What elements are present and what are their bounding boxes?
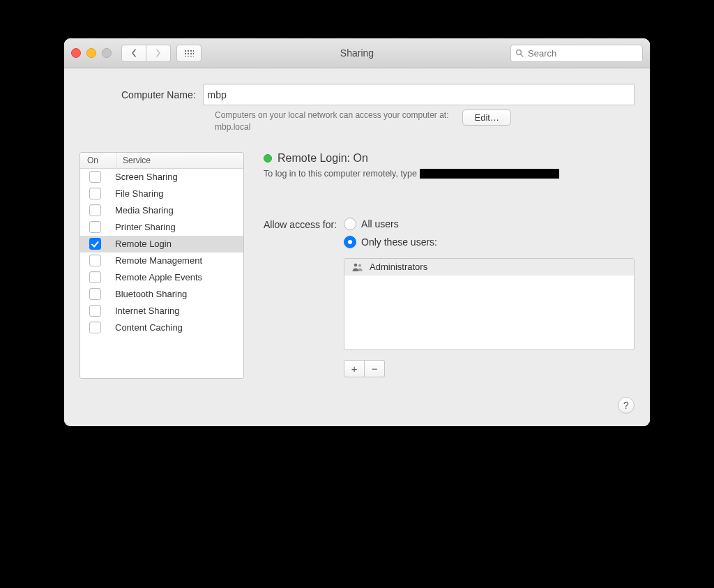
- svg-point-2: [354, 263, 358, 266]
- main-row: On Service Screen SharingFile SharingMed…: [79, 152, 635, 379]
- service-row[interactable]: Remote Apple Events: [80, 269, 243, 286]
- service-label: File Sharing: [109, 188, 243, 199]
- services-table: On Service Screen SharingFile SharingMed…: [79, 152, 244, 379]
- status-text: Remote Login: On: [278, 152, 368, 165]
- radio-icon: [344, 218, 356, 230]
- grid-icon: [184, 50, 194, 56]
- users-list[interactable]: Administrators: [344, 258, 635, 350]
- users-list-buttons: + −: [344, 360, 635, 377]
- service-label: Screen Sharing: [109, 172, 243, 182]
- service-label: Media Sharing: [109, 205, 243, 216]
- help-button[interactable]: ?: [618, 397, 635, 414]
- service-checkbox[interactable]: [89, 322, 101, 333]
- computer-name-label: Computer Name:: [121, 89, 196, 100]
- search-input[interactable]: [526, 47, 638, 59]
- service-label: Printer Sharing: [109, 222, 243, 232]
- svg-point-3: [358, 264, 361, 266]
- show-all-button[interactable]: [176, 45, 202, 62]
- close-window-button[interactable]: [71, 48, 81, 58]
- search-icon: [515, 49, 524, 57]
- help-row: ?: [79, 397, 635, 414]
- service-checkbox[interactable]: [89, 288, 101, 300]
- login-hint: To log in to this computer remotely, typ…: [264, 169, 635, 179]
- service-row[interactable]: Internet Sharing: [80, 303, 243, 319]
- list-item[interactable]: Administrators: [344, 259, 634, 276]
- services-body[interactable]: Screen SharingFile SharingMedia SharingP…: [80, 169, 243, 378]
- search-field[interactable]: [510, 45, 643, 62]
- redacted-ssh-command: [420, 169, 559, 179]
- service-checkbox[interactable]: [89, 238, 101, 250]
- service-checkbox[interactable]: [89, 221, 101, 233]
- allow-access-label: Allow access for:: [264, 218, 337, 230]
- window-controls: [71, 48, 112, 58]
- service-checkbox[interactable]: [89, 255, 101, 266]
- computer-name-hint-row: Computers on your local network can acce…: [215, 110, 635, 134]
- services-header: On Service: [80, 153, 243, 169]
- zoom-window-button: [102, 48, 112, 58]
- column-service-header[interactable]: Service: [117, 153, 243, 168]
- service-label: Remote Login: [109, 239, 243, 249]
- service-row[interactable]: Bluetooth Sharing: [80, 286, 243, 303]
- nav-buttons: [121, 45, 171, 62]
- column-on-header[interactable]: On: [80, 153, 117, 168]
- service-row[interactable]: File Sharing: [80, 186, 243, 202]
- sharing-prefpane-window: Sharing Computer Name: Computers on your…: [64, 38, 650, 426]
- service-label: Content Caching: [109, 322, 243, 333]
- group-icon: [351, 262, 364, 272]
- service-checkbox[interactable]: [89, 271, 101, 283]
- service-row[interactable]: Media Sharing: [80, 202, 243, 219]
- service-checkbox[interactable]: [89, 305, 101, 317]
- svg-line-1: [521, 54, 523, 56]
- edit-hostname-button[interactable]: Edit…: [462, 110, 510, 126]
- service-row[interactable]: Remote Login: [80, 236, 243, 252]
- computer-name-input[interactable]: [203, 84, 635, 105]
- content-area: Computer Name: Computers on your local n…: [64, 68, 650, 426]
- service-checkbox[interactable]: [89, 171, 101, 183]
- service-row[interactable]: Screen Sharing: [80, 169, 243, 186]
- chevron-right-icon: [155, 49, 161, 57]
- service-label: Remote Apple Events: [109, 272, 243, 282]
- chevron-left-icon: [131, 49, 137, 57]
- radio-only-these-users[interactable]: Only these users:: [344, 236, 635, 248]
- service-checkbox[interactable]: [89, 188, 101, 199]
- user-label: Administrators: [370, 262, 427, 272]
- forward-button: [146, 45, 171, 62]
- service-label: Bluetooth Sharing: [109, 289, 243, 299]
- titlebar: Sharing: [64, 38, 650, 68]
- computer-name-row: Computer Name:: [121, 84, 635, 105]
- computer-name-hint: Computers on your local network can acce…: [215, 110, 448, 134]
- service-detail: Remote Login: On To log in to this compu…: [264, 152, 635, 377]
- status-row: Remote Login: On: [264, 152, 635, 165]
- status-indicator-icon: [264, 154, 272, 163]
- add-user-button[interactable]: +: [344, 360, 365, 377]
- service-row[interactable]: Printer Sharing: [80, 219, 243, 236]
- radio-all-users[interactable]: All users: [344, 218, 635, 230]
- back-button[interactable]: [121, 45, 146, 62]
- service-row[interactable]: Content Caching: [80, 319, 243, 336]
- service-checkbox[interactable]: [89, 204, 101, 216]
- allow-access-block: Allow access for: All users Only these u…: [264, 218, 635, 377]
- service-row[interactable]: Remote Management: [80, 252, 243, 269]
- radio-icon: [344, 236, 356, 248]
- service-label: Internet Sharing: [109, 306, 243, 316]
- minimize-window-button[interactable]: [86, 48, 96, 58]
- service-label: Remote Management: [109, 255, 243, 266]
- remove-user-button[interactable]: −: [365, 360, 385, 377]
